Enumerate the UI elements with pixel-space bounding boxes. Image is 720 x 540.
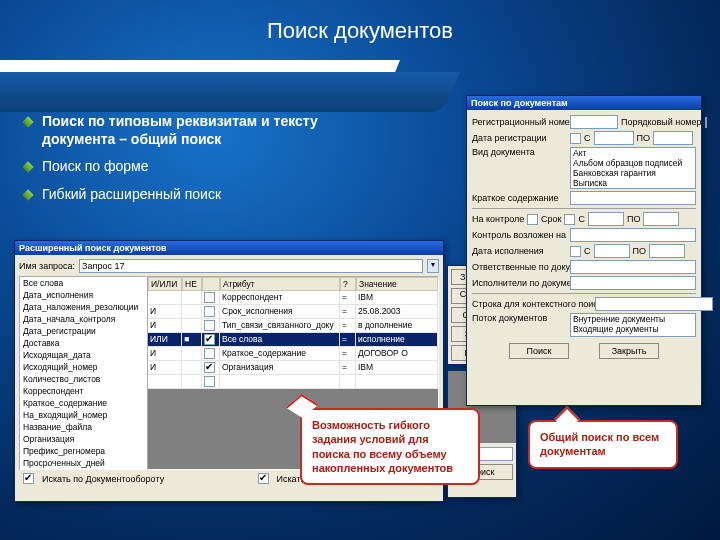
summary-input[interactable] <box>570 191 696 205</box>
attribute-item[interactable]: Префикс_регномера <box>20 445 146 457</box>
doctype-option[interactable]: Банковская гарантия <box>571 168 695 178</box>
attribute-item[interactable]: На_входящий_номер <box>20 409 146 421</box>
assigned-label: Контроль возложен на <box>472 230 567 240</box>
search-archive-check[interactable] <box>258 473 269 484</box>
row-check[interactable] <box>204 334 215 345</box>
general-search-window: Поиск по документам Регистрационный номе… <box>466 95 702 406</box>
term-to-input[interactable] <box>643 212 679 226</box>
row-check[interactable] <box>204 320 215 331</box>
bullet-list: Поиск по типовым реквизитам и тексту док… <box>24 108 354 208</box>
oncontrol-label: На контроле <box>472 214 524 224</box>
execdate-label: Дата исполнения <box>472 246 567 256</box>
attribute-item[interactable]: Количество_листов <box>20 373 146 385</box>
from-label-2: С <box>578 214 585 224</box>
ordnum-label: Порядковый номер <box>621 117 702 127</box>
query-name-label: Имя запроса: <box>19 261 75 271</box>
attribute-list[interactable]: Все словаДата_исполненияДата_наложения_р… <box>19 276 147 470</box>
context-input[interactable] <box>595 297 713 311</box>
doctype-list[interactable]: АктАльбом образцов подписейБанковская га… <box>570 147 696 189</box>
ordnum-check[interactable] <box>705 117 707 128</box>
criteria-row[interactable] <box>148 375 438 389</box>
criteria-row[interactable]: ИСрок_исполнения=25.08.2003 <box>148 305 438 319</box>
term-label: Срок <box>541 214 561 224</box>
attribute-item[interactable]: Корреспондент <box>20 385 146 397</box>
regnum-label: Регистрационный номер <box>472 117 567 127</box>
regdate-from-input[interactable] <box>594 131 634 145</box>
responsible-label: Ответственные по документу <box>472 262 567 272</box>
attribute-item[interactable]: Все слова <box>20 277 146 289</box>
execdate-to-input[interactable] <box>649 244 685 258</box>
term-from-input[interactable] <box>588 212 624 226</box>
search-docflow-check[interactable] <box>23 473 34 484</box>
attribute-item[interactable]: Исходящая_дата <box>20 349 146 361</box>
attribute-item[interactable]: Дата_начала_контроля <box>20 313 146 325</box>
criteria-row[interactable]: ИТип_связи_связанного_доку=в дополнение <box>148 319 438 333</box>
criteria-row[interactable]: ИОрганизация=IBM <box>148 361 438 375</box>
from-label: С <box>584 133 591 143</box>
general-titlebar[interactable]: Поиск по документам <box>467 96 701 110</box>
flow-list[interactable]: Внутренние документыВходящие документы <box>570 313 696 337</box>
regdate-to-input[interactable] <box>653 131 693 145</box>
attribute-item[interactable]: Название_файла <box>20 421 146 433</box>
col-q[interactable]: ? <box>340 277 356 291</box>
general-search-button[interactable]: Поиск <box>509 343 569 359</box>
col-not[interactable]: НЕ <box>182 277 202 291</box>
query-name-input[interactable] <box>79 259 423 273</box>
regdate-label: Дата регистрации <box>472 133 567 143</box>
attribute-item[interactable]: Рег_дата_связанного_докуме <box>20 469 146 470</box>
col-value[interactable]: Значение <box>356 277 438 291</box>
attribute-item[interactable]: Организация <box>20 433 146 445</box>
attribute-item[interactable]: Доставка <box>20 337 146 349</box>
to-label-2: ПО <box>627 214 640 224</box>
row-check[interactable] <box>204 348 215 359</box>
regnum-input[interactable] <box>570 115 618 129</box>
to-label-3: ПО <box>633 246 646 256</box>
advanced-titlebar[interactable]: Расширенный поиск документов <box>15 241 443 255</box>
doctype-option[interactable]: Акт <box>571 148 695 158</box>
attribute-item[interactable]: Исходящий_номер <box>20 361 146 373</box>
execdate-from-input[interactable] <box>594 244 630 258</box>
query-dropdown-icon[interactable]: ▾ <box>427 259 439 273</box>
row-check[interactable] <box>204 376 215 387</box>
row-check[interactable] <box>204 362 215 373</box>
criteria-row[interactable]: ИЛИ■Все слова=исполнение <box>148 333 438 347</box>
col-check[interactable] <box>202 277 220 291</box>
col-andor[interactable]: И/ИЛИ <box>148 277 182 291</box>
summary-label: Краткое содержание <box>472 193 567 203</box>
slide-title: Поиск документов <box>0 0 720 44</box>
flow-option[interactable]: Внутренние документы <box>571 314 695 324</box>
attribute-item[interactable]: Дата_регистрации <box>20 325 146 337</box>
criteria-row[interactable]: ИКраткое_содержание=ДОГОВОР О <box>148 347 438 361</box>
regdate-check[interactable] <box>570 133 581 144</box>
bullet-2: Поиск по форме <box>24 153 354 181</box>
executors-input[interactable] <box>570 276 696 290</box>
flow-option[interactable]: Входящие документы <box>571 324 695 334</box>
doctype-option[interactable]: Выписка <box>571 178 695 188</box>
flow-label: Поток документов <box>472 313 567 323</box>
attribute-item[interactable]: Дата_исполнения <box>20 289 146 301</box>
executors-label: Исполнители по документу <box>472 278 567 288</box>
attribute-item[interactable]: Краткое_содержание <box>20 397 146 409</box>
bullet-1: Поиск по типовым реквизитам и тексту док… <box>24 108 354 153</box>
general-close-button[interactable]: Закрыть <box>599 343 659 359</box>
execdate-check[interactable] <box>570 246 581 257</box>
attribute-item[interactable]: Просроченных_дней <box>20 457 146 469</box>
to-label-1: ПО <box>637 133 650 143</box>
criteria-row[interactable]: Корреспондент=IBM <box>148 291 438 305</box>
responsible-input[interactable] <box>570 260 696 274</box>
callout-flex-search: Возможность гибкого задания условий для … <box>300 408 480 485</box>
attribute-item[interactable]: Дата_наложения_резолюции <box>20 301 146 313</box>
col-attr[interactable]: Атрибут <box>220 277 340 291</box>
assigned-input[interactable] <box>570 228 696 242</box>
context-label: Строка для контекстного поиска <box>472 299 592 309</box>
row-check[interactable] <box>204 292 215 303</box>
oncontrol-check[interactable] <box>527 214 538 225</box>
bullet-3: Гибкий расширенный поиск <box>24 181 354 209</box>
doctype-label: Вид документа <box>472 147 567 157</box>
row-check[interactable] <box>204 306 215 317</box>
search-docflow-label: Искать по Документообороту <box>42 474 164 484</box>
term-check[interactable] <box>564 214 575 225</box>
callout-general-search: Общий поиск по всем документам <box>528 420 678 469</box>
doctype-option[interactable]: Альбом образцов подписей <box>571 158 695 168</box>
from-label-3: С <box>584 246 591 256</box>
